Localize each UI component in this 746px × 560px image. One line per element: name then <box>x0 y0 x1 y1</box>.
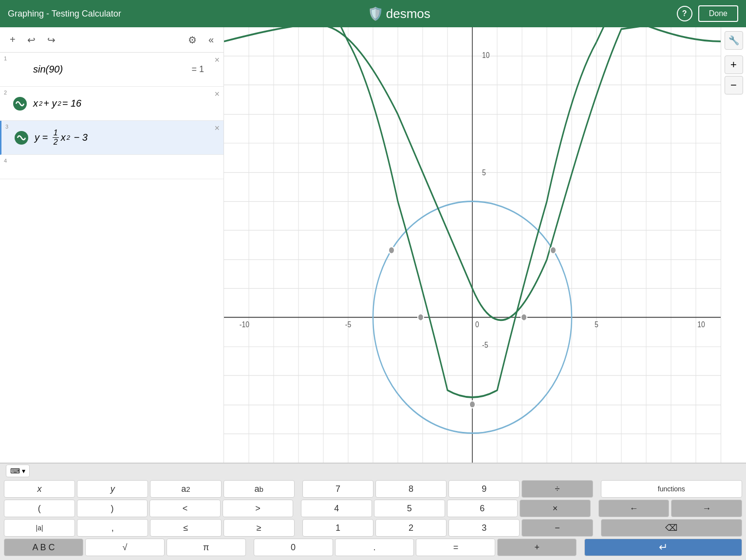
keyboard-toggle-bar: ⌨ ▾ <box>0 464 746 478</box>
intersection-dot-5 <box>469 401 475 408</box>
key-enter[interactable]: ↵ <box>584 539 742 556</box>
key-equals[interactable]: = <box>416 539 495 556</box>
header-right: ? Done <box>677 5 738 22</box>
keyboard-row-4: A B C √ π 0 . = + ↵ <box>4 539 742 556</box>
settings-button[interactable]: ⚙ <box>184 32 201 48</box>
delete-expr-1[interactable]: × <box>214 56 220 64</box>
expression-row-4[interactable]: 4 <box>0 155 224 179</box>
wrench-button[interactable]: 🔧 <box>725 31 743 50</box>
expression-list: 1 sin(90) = 1 × 2 <box>0 53 224 463</box>
key-7[interactable]: 7 <box>302 480 373 498</box>
key-8[interactable]: 8 <box>375 480 447 498</box>
collapse-button[interactable]: « <box>205 32 218 47</box>
expression-row-1[interactable]: 1 sin(90) = 1 × <box>0 53 224 87</box>
main: + ↩ ↪ ⚙ « 1 sin(90) = 1 <box>0 27 746 560</box>
graph-svg: -10 -5 0 5 10 10 5 -5 <box>224 27 721 463</box>
key-minus[interactable]: − <box>522 519 593 537</box>
key-plus[interactable]: + <box>497 539 577 556</box>
svg-text:-5: -5 <box>482 340 488 350</box>
redo-button[interactable]: ↪ <box>43 32 59 48</box>
key-0[interactable]: 0 <box>254 539 333 556</box>
key-less-than[interactable]: < <box>149 500 221 517</box>
expr-icon-3 <box>12 121 31 154</box>
key-y[interactable]: y <box>77 480 148 498</box>
help-button[interactable]: ? <box>677 6 692 21</box>
key-2[interactable]: 2 <box>375 519 447 537</box>
key-abc[interactable]: A B C <box>4 539 83 556</box>
curve-icon-3 <box>15 131 28 145</box>
expr-number-1: 1 <box>0 53 11 63</box>
expr-number-4: 4 <box>0 155 11 166</box>
intersection-dot-1 <box>389 247 394 254</box>
svg-text:0: 0 <box>475 320 479 329</box>
key-pi[interactable]: π <box>167 539 246 556</box>
key-a-squared[interactable]: a2 <box>150 480 221 498</box>
key-functions[interactable]: functions <box>601 480 742 498</box>
expr-content-1: sin(90) <box>29 53 191 86</box>
keyboard-toggle-arrow: ▾ <box>22 467 25 475</box>
key-a-b[interactable]: ab <box>224 480 295 498</box>
shield-icon: 🛡️ <box>368 6 383 21</box>
header-logo: 🛡️ desmos <box>368 6 430 21</box>
expression-row-3[interactable]: 3 y = 1 2 <box>0 121 224 155</box>
keyboard-row-2: ( ) < > 4 5 6 × ← → <box>4 500 742 517</box>
key-sqrt[interactable]: √ <box>85 539 165 556</box>
expr-icon-2 <box>11 87 29 120</box>
key-6[interactable]: 6 <box>447 500 518 517</box>
key-3[interactable]: 3 <box>448 519 520 537</box>
expr-content-3: y = 1 2 x2 − 3 <box>31 121 224 154</box>
expression-toolbar: + ↩ ↪ ⚙ « <box>0 27 224 53</box>
delete-expr-3[interactable]: × <box>214 124 220 132</box>
header-title: Graphing - Testing Calculator <box>8 9 121 19</box>
key-1[interactable]: 1 <box>302 519 373 537</box>
delete-expr-2[interactable]: × <box>214 90 220 98</box>
key-greater-than[interactable]: > <box>223 500 294 517</box>
left-panel: + ↩ ↪ ⚙ « 1 sin(90) = 1 <box>0 27 224 463</box>
key-multiply[interactable]: × <box>520 500 591 517</box>
curve-icon-2 <box>13 97 27 111</box>
expr-number-2: 2 <box>0 87 11 97</box>
key-backspace[interactable]: ⌫ <box>601 519 742 537</box>
key-comma[interactable]: , <box>77 519 148 537</box>
expr-formula-1: sin(90) <box>33 64 63 75</box>
key-right-arrow[interactable]: → <box>671 500 742 517</box>
done-button[interactable]: Done <box>698 5 738 22</box>
key-dot[interactable]: . <box>335 539 414 556</box>
intersection-dot-2 <box>550 247 556 254</box>
undo-button[interactable]: ↩ <box>23 32 39 48</box>
zoom-out-button[interactable]: − <box>725 76 743 94</box>
keyboard-row-3: |a| , ≤ ≥ 1 2 3 − ⌫ <box>4 519 742 537</box>
graph-area[interactable]: -10 -5 0 5 10 10 5 -5 <box>224 27 721 463</box>
key-abs[interactable]: |a| <box>4 519 75 537</box>
expr-icon-1 <box>11 53 29 86</box>
keyboard-icon: ⌨ <box>10 467 20 475</box>
key-leq[interactable]: ≤ <box>150 519 221 537</box>
key-4[interactable]: 4 <box>301 500 372 517</box>
key-left-arrow[interactable]: ← <box>598 500 670 517</box>
key-geq[interactable]: ≥ <box>224 519 295 537</box>
keyboard-rows: x y a2 ab 7 8 9 ÷ functions ( ) < > 4 5 <box>0 478 746 560</box>
keyboard-row-1: x y a2 ab 7 8 9 ÷ functions <box>4 480 742 498</box>
svg-text:10: 10 <box>697 320 705 329</box>
add-expression-button[interactable]: + <box>6 32 19 47</box>
key-divide[interactable]: ÷ <box>522 480 593 498</box>
expr-number-3: 3 <box>1 121 12 131</box>
right-toolbar: 🔧 + − <box>721 27 746 463</box>
header: Graphing - Testing Calculator 🛡️ desmos … <box>0 0 746 27</box>
svg-text:5: 5 <box>482 168 486 177</box>
keyboard-area: ⌨ ▾ x y a2 ab 7 8 9 ÷ functions ( <box>0 463 746 560</box>
key-open-paren[interactable]: ( <box>4 500 75 517</box>
keyboard-toggle-button[interactable]: ⌨ ▾ <box>6 465 30 477</box>
key-x[interactable]: x <box>4 480 75 498</box>
svg-text:5: 5 <box>595 320 598 329</box>
expression-row-2[interactable]: 2 x2 + y2 = 16 × <box>0 87 224 121</box>
svg-text:-10: -10 <box>240 320 250 329</box>
intersection-dot-3 <box>418 314 424 320</box>
zoom-in-button[interactable]: + <box>725 56 743 74</box>
key-close-paren[interactable]: ) <box>77 500 148 517</box>
expr-formula-2: x2 + y2 = 16 <box>33 98 81 109</box>
key-5[interactable]: 5 <box>374 500 445 517</box>
key-9[interactable]: 9 <box>448 480 520 498</box>
intersection-dot-4 <box>521 314 527 320</box>
content-area: + ↩ ↪ ⚙ « 1 sin(90) = 1 <box>0 27 746 463</box>
